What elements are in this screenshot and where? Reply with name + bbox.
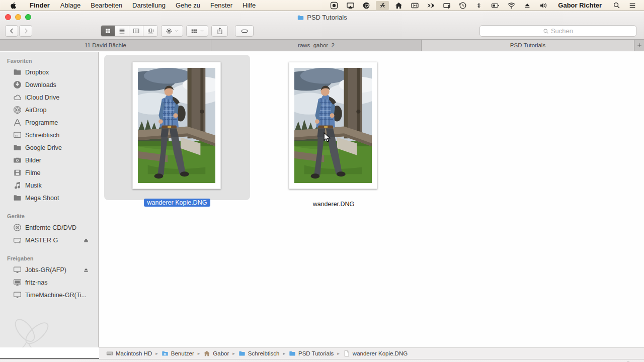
home-folder-icon xyxy=(203,350,210,357)
file-name-wanderer[interactable]: wanderer.DNG xyxy=(273,201,394,208)
sidebar-item-bilder[interactable]: Bilder xyxy=(0,154,98,166)
home-icon[interactable] xyxy=(392,0,405,11)
remote-icon[interactable] xyxy=(408,0,421,11)
sidebar-item-downloads[interactable]: Downloads xyxy=(0,78,98,91)
back-button[interactable] xyxy=(5,25,18,37)
file-name-wanderer-kopie[interactable]: wanderer Kopie.DNG xyxy=(117,199,237,206)
volume-icon[interactable] xyxy=(537,0,550,11)
sidebar-item-timemachine-gr[interactable]: TimeMachine-GR(Ti... xyxy=(0,289,98,301)
sidebar-item-google-drive[interactable]: Google Drive xyxy=(0,141,98,154)
path-segment-benutzer[interactable]: Benutzer xyxy=(162,350,194,357)
tab-psd-tutorials[interactable]: PSD Tutorials xyxy=(422,40,634,51)
sidebar-item-musik[interactable]: Musik xyxy=(0,179,98,192)
record-icon[interactable] xyxy=(328,0,341,11)
sidebar-item-mega-shoot[interactable]: Mega Shoot xyxy=(0,192,98,204)
cloud-icon xyxy=(13,93,22,102)
sidebar-item-schreibtisch[interactable]: Schreibtisch xyxy=(0,129,98,141)
icon-view-button[interactable] xyxy=(101,26,115,36)
tag-button[interactable] xyxy=(235,25,254,37)
toolbar: Suchen xyxy=(0,24,644,39)
menu-ablage[interactable]: Ablage xyxy=(55,0,86,11)
sidebar-item-jobs-gr-afp[interactable]: Jobs-GR(AFP) xyxy=(0,263,98,276)
file-thumbnail-wanderer-kopie[interactable] xyxy=(132,62,221,189)
menu-darstellung[interactable]: Darstellung xyxy=(127,0,171,11)
eject-icon[interactable] xyxy=(83,267,89,273)
path-segment-wanderer-kopie[interactable]: wanderer Kopie.DNG xyxy=(343,350,408,357)
sidebar-item-filme[interactable]: Filme xyxy=(0,166,98,179)
sidebar-item-airdrop[interactable]: AirDrop xyxy=(0,104,98,116)
menu-fenster[interactable]: Fenster xyxy=(205,0,237,11)
finder-window: PSD Tutorials Suchen 11 David Bächle r xyxy=(0,11,644,358)
sidebar-item-entfernte-cd-dvd[interactable]: Entfernte CD/DVD xyxy=(0,221,98,234)
notification-center-icon[interactable] xyxy=(626,0,639,11)
zoom-button[interactable] xyxy=(25,14,31,20)
wacom-icon[interactable] xyxy=(376,1,389,10)
menu-bearbeiten[interactable]: Bearbeiten xyxy=(86,0,127,11)
display-mirroring-icon[interactable] xyxy=(344,0,357,11)
column-view-button[interactable] xyxy=(129,26,143,36)
network-display-dark-icon xyxy=(13,278,22,287)
new-tab-button[interactable] xyxy=(634,40,644,51)
menu-hilfe[interactable]: Hilfe xyxy=(237,0,261,11)
menu-gehe-zu[interactable]: Gehe zu xyxy=(171,0,205,11)
action-menu-button[interactable] xyxy=(161,25,183,37)
mouse-cursor xyxy=(324,132,331,143)
eject-icon[interactable] xyxy=(83,237,89,243)
eject-icon[interactable] xyxy=(521,0,534,11)
chevron-down-icon xyxy=(175,29,179,33)
menubar-username[interactable]: Gabor Richter xyxy=(553,2,607,9)
plus-icon xyxy=(636,42,642,48)
close-button[interactable] xyxy=(5,14,11,20)
wings-icon[interactable] xyxy=(424,0,437,11)
status-bar: 1 von 2 ausgewählt, 719,1 GB verfügbar xyxy=(0,359,644,362)
folder-icon xyxy=(13,143,22,152)
sidebar-section-favoriten: Favoriten xyxy=(7,58,98,64)
time-machine-icon[interactable] xyxy=(456,0,469,11)
tag-icon xyxy=(240,28,249,35)
movies-icon xyxy=(13,168,22,177)
path-separator: ▸ xyxy=(283,351,285,356)
apple-icon xyxy=(10,2,17,10)
path-segment-gabor[interactable]: Gabor xyxy=(203,350,229,357)
path-segment-macintosh-hd[interactable]: Macintosh HD xyxy=(106,350,152,357)
document-icon xyxy=(343,350,350,357)
file-thumbnail-wanderer[interactable] xyxy=(289,62,377,189)
search-icon xyxy=(543,28,549,34)
tab-11-david-baechle[interactable]: 11 David Bächle xyxy=(0,40,211,51)
gear-icon xyxy=(166,28,173,35)
wifi-icon[interactable] xyxy=(505,0,518,11)
sidebar-section-freigaben: Freigaben xyxy=(7,255,98,261)
sidebar-item-dropbox[interactable]: Dropbox xyxy=(0,66,98,78)
spotlight-icon[interactable] xyxy=(610,0,623,11)
users-folder-icon xyxy=(162,350,169,357)
folder-icon xyxy=(13,194,22,202)
forward-button[interactable] xyxy=(19,25,32,37)
applications-icon xyxy=(13,118,22,127)
sidebar-item-master-g[interactable]: MASTER G xyxy=(0,234,98,246)
bluetooth-icon[interactable] xyxy=(472,0,486,11)
file-view[interactable]: wanderer Kopie.DNG wanderer.DNG xyxy=(99,52,644,347)
share-button[interactable] xyxy=(211,25,228,37)
title-bar[interactable]: PSD Tutorials xyxy=(0,11,644,24)
creative-cloud-icon[interactable] xyxy=(360,0,373,11)
sidebar-item-fritz-nas[interactable]: fritz-nas xyxy=(0,276,98,289)
path-segment-psd-tutorials[interactable]: PSD Tutorials xyxy=(289,350,334,357)
battery-icon[interactable] xyxy=(489,0,502,11)
folder-icon xyxy=(238,350,246,357)
tab-raws-gabor-2[interactable]: raws_gabor_2 xyxy=(211,40,422,51)
coverflow-view-button[interactable] xyxy=(143,26,157,36)
search-input[interactable]: Suchen xyxy=(479,25,636,37)
minimize-button[interactable] xyxy=(15,14,21,20)
list-view-button[interactable] xyxy=(115,26,129,36)
apple-menu[interactable] xyxy=(0,0,24,11)
disc-icon xyxy=(13,223,22,232)
path-segment-schreibtisch[interactable]: Schreibtisch xyxy=(238,350,280,357)
sidebar: Favoriten Dropbox Downloads iCloud Drive… xyxy=(0,52,99,347)
group-by-button[interactable] xyxy=(186,25,208,37)
tab-bar: 11 David Bächle raws_gabor_2 PSD Tutoria… xyxy=(0,39,644,51)
external-drive-icon xyxy=(13,236,22,244)
sidebar-item-programme[interactable]: Programme xyxy=(0,116,98,129)
sidebar-item-icloud-drive[interactable]: iCloud Drive xyxy=(0,91,98,104)
menu-finder[interactable]: Finder xyxy=(24,0,55,11)
tablet-icon[interactable] xyxy=(440,0,453,11)
